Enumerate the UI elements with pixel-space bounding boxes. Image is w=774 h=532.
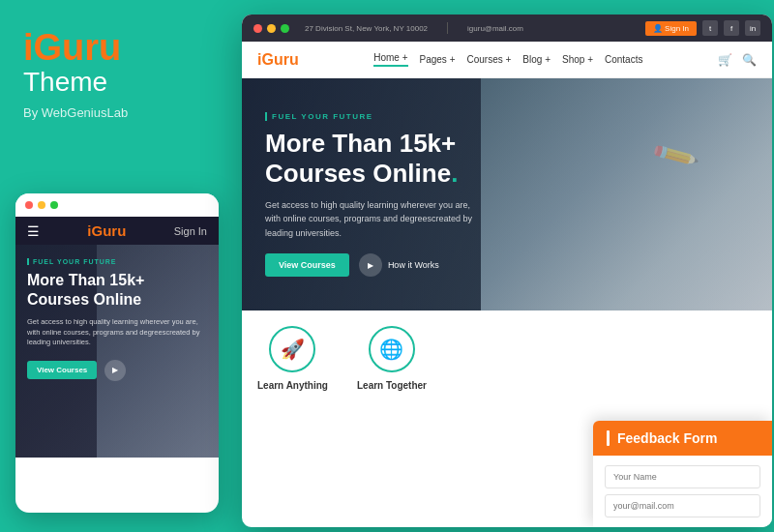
desktop-address-bar: 27 Division St, New York, NY 10002 iguru…: [289, 22, 645, 34]
feedback-name-input[interactable]: [605, 465, 760, 488]
desktop-window-dots: [253, 24, 289, 33]
play-icon: ▶: [359, 253, 382, 277]
mobile-preview: ☰ iGuru Sign In FUEL YOUR FUTURE More Th…: [15, 193, 219, 513]
linkedin-icon[interactable]: in: [745, 20, 760, 36]
dot-yellow: [38, 201, 45, 209]
rocket-icon: 🚀: [269, 326, 315, 372]
feedback-bar-accent: [607, 430, 610, 446]
view-courses-btn[interactable]: View Courses: [265, 253, 349, 277]
desktop-topbar-right: 👤 Sign In t f in: [645, 20, 760, 36]
mobile-brand-guru: Guru: [92, 222, 127, 239]
brand-i: i: [23, 27, 34, 68]
desktop-email: iguru@mail.com: [467, 24, 523, 33]
globe-icon: 🌐: [369, 326, 415, 372]
hamburger-icon: ☰: [27, 223, 40, 239]
desktop-preview: 27 Division St, New York, NY 10002 iguru…: [242, 15, 772, 527]
mobile-heading: More Than 15k+ Courses Online: [27, 271, 207, 310]
feedback-title: Feedback Form: [617, 430, 717, 446]
cart-icon[interactable]: 🛒: [718, 53, 732, 67]
feedback-body: [593, 456, 772, 527]
left-panel: iGuru Theme By WebGeniusLab ☰ iGuru Sign…: [0, 0, 240, 532]
mobile-brand: iGuru: [87, 222, 126, 239]
desktop-nav-links: Home + Pages + Courses + Blog + Shop + C…: [373, 52, 642, 67]
feedback-form: Feedback Form: [593, 421, 772, 527]
nav-link-blog[interactable]: Blog +: [522, 54, 551, 65]
desktop-hero: ✏️ FUEL YOUR FUTURE More Than 15k+ Cours…: [242, 78, 772, 310]
desktop-bottom: 🚀 Learn Anything 🌐 Learn Together: [242, 310, 772, 406]
desktop-dot-red: [253, 24, 262, 33]
hero-person-image: [481, 78, 772, 310]
brand-guru: Guru: [34, 27, 122, 68]
facebook-icon[interactable]: f: [724, 20, 739, 36]
nav-link-pages[interactable]: Pages +: [420, 54, 456, 65]
feedback-email-input[interactable]: [605, 494, 760, 517]
mobile-signin[interactable]: Sign In: [174, 225, 207, 237]
brand-title: iGuru: [23, 29, 217, 66]
hero-btns: View Courses ▶ How it Works: [265, 253, 478, 277]
mobile-subtext: Get access to high quality learning wher…: [27, 317, 207, 348]
desktop-nav-brand: iGuru: [257, 51, 299, 69]
mobile-fuel-text: FUEL YOUR FUTURE: [27, 258, 207, 265]
hero-heading-line1: More Than 15k+: [265, 129, 456, 158]
desktop-dot-yellow: [267, 24, 276, 33]
desktop-signin-btn[interactable]: 👤 Sign In: [645, 21, 697, 36]
mobile-play-btn[interactable]: ▶: [104, 360, 126, 381]
learn-together-label: Learn Together: [357, 380, 427, 391]
search-icon[interactable]: 🔍: [742, 53, 757, 67]
how-it-works-btn[interactable]: ▶ How it Works: [359, 253, 439, 277]
brand-by: By WebGeniusLab: [23, 105, 217, 120]
nav-link-home[interactable]: Home +: [373, 52, 407, 67]
how-it-works-label: How it Works: [388, 260, 439, 270]
nav-brand-guru: Guru: [261, 51, 298, 68]
mobile-hero: FUEL YOUR FUTURE More Than 15k+ Courses …: [15, 245, 219, 458]
desktop-topbar: 27 Division St, New York, NY 10002 iguru…: [242, 15, 772, 42]
nav-link-courses[interactable]: Courses +: [467, 54, 512, 65]
mobile-nav: ☰ iGuru Sign In: [15, 217, 219, 245]
brand-subtitle: Theme: [23, 68, 217, 98]
nav-link-contacts[interactable]: Contacts: [605, 54, 642, 65]
hero-heading: More Than 15k+ Courses Online.: [265, 129, 478, 189]
feedback-header: Feedback Form: [593, 421, 772, 456]
hero-subtext: Get access to high quality learning wher…: [265, 198, 478, 240]
bottom-item-learn-together: 🌐 Learn Together: [357, 326, 427, 391]
addr-divider: [447, 22, 448, 34]
hero-content: FUEL YOUR FUTURE More Than 15k+ Courses …: [242, 93, 501, 297]
desktop-address: 27 Division St, New York, NY 10002: [305, 24, 428, 33]
desktop-nav-bar: iGuru Home + Pages + Courses + Blog + Sh…: [242, 42, 772, 78]
mobile-window-dots: [15, 193, 219, 217]
nav-link-shop[interactable]: Shop +: [562, 54, 593, 65]
learn-anything-label: Learn Anything: [257, 380, 328, 391]
hero-fuel-text: FUEL YOUR FUTURE: [265, 112, 478, 121]
hero-silhouette: [481, 78, 772, 310]
brand-logo: iGuru Theme By WebGeniusLab: [23, 29, 217, 120]
hero-heading-line2: Courses Online.: [265, 159, 458, 188]
mobile-btn-row: View Courses ▶: [27, 360, 207, 381]
dot-green: [50, 201, 58, 209]
bottom-item-learn-anything: 🚀 Learn Anything: [257, 326, 328, 391]
desktop-nav-icons: 🛒 🔍: [718, 53, 757, 67]
user-icon: 👤: [653, 24, 665, 33]
twitter-icon[interactable]: t: [702, 20, 718, 36]
dot-red: [25, 201, 33, 209]
desktop-dot-green: [281, 24, 289, 33]
mobile-view-courses-btn[interactable]: View Courses: [27, 361, 97, 379]
